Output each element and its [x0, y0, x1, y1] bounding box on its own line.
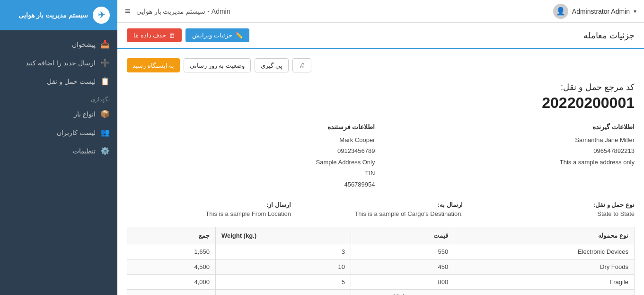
- sidebar: ✈ سیستم مدیریت بار هوایی 📥 پیشخوان ➕ ارس…: [0, 0, 117, 295]
- ref-label: کد مرجع حمل و نقل:: [127, 82, 635, 92]
- cell-price: 450: [351, 259, 454, 274]
- total-row: مقدار کل 10,150: [127, 289, 635, 295]
- action-row: 🖨 پی گیری وضعیت به روز رسانی به ایستگاه …: [127, 58, 635, 72]
- sidebar-item-settings[interactable]: ⚙️ تنظیمات: [0, 142, 117, 160]
- sidebar-item-label: انواع بار: [74, 110, 96, 118]
- page-title: جزئیات معامله: [583, 30, 635, 41]
- maintenance-section-label: نگهداری: [0, 90, 117, 105]
- cell-total: 4,500: [127, 259, 216, 274]
- status-button[interactable]: وضعیت به روز رسانی: [184, 58, 251, 72]
- receiver-block: اطلاعات گیرنده Samantha Jane Miller 0965…: [387, 123, 635, 190]
- col-type: نوع محموله: [454, 227, 635, 244]
- total-empty: [454, 289, 635, 295]
- admin-dropdown-arrow[interactable]: ▾: [634, 8, 636, 15]
- shipping-from-block: ارسال از: This is a sample From Location: [127, 201, 291, 217]
- table-row: Dry Foods 450 10 4,500: [127, 259, 635, 274]
- total-value: 10,150: [127, 289, 216, 295]
- table-row: Electronic Devices 550 3 1,650: [127, 244, 635, 259]
- cell-type: Fragile: [454, 274, 635, 289]
- tracking-button[interactable]: پی گیری: [255, 58, 289, 72]
- shipping-to-label: ارسال به:: [299, 201, 463, 208]
- topbar: ≡ Admin - سیستم مدیریت بار هوایی 👤 Admin…: [117, 0, 644, 23]
- avatar: 👤: [553, 4, 568, 19]
- admin-name: Adminstrator Admin: [572, 8, 630, 15]
- topbar-right: 👤 Adminstrator Admin ▾: [553, 4, 636, 19]
- list-icon: 📋: [100, 77, 110, 86]
- col-total: جمع: [127, 227, 216, 244]
- sidebar-item-label: تنظیمات: [73, 147, 96, 155]
- total-label: مقدار کل: [351, 289, 454, 295]
- sidebar-item-cargo-list[interactable]: 📋 لیست حمل و نقل: [0, 72, 117, 90]
- col-weight: Weight (kg.): [215, 227, 351, 244]
- content-area: جزئیات معامله ✏️ جزئیات ویرایش 🗑 حذف داد…: [117, 23, 644, 295]
- settings-icon: ⚙️: [100, 146, 110, 155]
- cell-type: Dry Foods: [454, 259, 635, 274]
- sidebar-item-inbox[interactable]: 📥 پیشخوان: [0, 35, 117, 54]
- sidebar-item-label: پیشخوان: [72, 41, 96, 48]
- cell-total: 4,000: [127, 274, 216, 289]
- ref-code: 20220200001: [127, 94, 635, 112]
- shipping-from-value: This is a sample From Location: [127, 210, 291, 217]
- topbar-title: Admin - سیستم مدیریت بار هوایی: [136, 8, 230, 15]
- delete-icon: 🗑: [169, 32, 175, 39]
- header-actions: ✏️ جزئیات ویرایش 🗑 حذف داده ها: [127, 28, 249, 42]
- receiver-phone: 0965478922​13: [387, 145, 635, 156]
- shipping-to-block: ارسال به: .This is a sample of Cargo's D…: [299, 201, 463, 217]
- hamburger-button[interactable]: ≡: [125, 6, 131, 17]
- cell-weight: 3: [215, 244, 351, 259]
- cargo-types-icon: 📦: [100, 109, 110, 118]
- sidebar-item-label: ارسال جدید را اضافه کنید: [26, 59, 96, 67]
- sidebar-title: سیستم مدیریت بار هوایی: [18, 11, 88, 19]
- edit-button[interactable]: ✏️ جزئیات ویرایش: [185, 28, 249, 42]
- inbox-icon: 📥: [100, 40, 110, 49]
- shipping-type-block: نوع حمل و نقل: State to State: [470, 201, 635, 217]
- cell-price: 800: [351, 274, 454, 289]
- shipping-type-label: نوع حمل و نقل:: [470, 201, 635, 208]
- detail-card: 🖨 پی گیری وضعیت به روز رسانی به ایستگاه …: [117, 49, 644, 295]
- sidebar-header: ✈ سیستم مدیریت بار هوایی: [0, 0, 117, 30]
- add-icon: ➕: [100, 58, 110, 67]
- table-row: Fragile 800 5 4,000: [127, 274, 635, 289]
- col-price: قیمت: [351, 227, 454, 244]
- shipping-to-value: .This is a sample of Cargo's Destination: [299, 210, 463, 217]
- topbar-left: ≡ Admin - سیستم مدیریت بار هوایی: [125, 6, 230, 17]
- sender-title: اطلاعات فرستنده: [127, 123, 375, 131]
- sender-name: Mark Cooper: [127, 134, 375, 145]
- main-area: ≡ Admin - سیستم مدیریت بار هوایی 👤 Admin…: [117, 0, 644, 295]
- station-button[interactable]: به ایستگاه رسید: [127, 58, 180, 72]
- reference-section: کد مرجع حمل و نقل: 20220200001: [127, 82, 635, 112]
- info-grid: اطلاعات فرستنده Mark Cooper 09123456789 …: [127, 123, 635, 190]
- page-header: جزئیات معامله ✏️ جزئیات ویرایش 🗑 حذف داد…: [117, 23, 644, 49]
- sidebar-item-users-list[interactable]: 👥 لیست کاربران: [0, 123, 117, 142]
- sidebar-nav: 📥 پیشخوان ➕ ارسال جدید را اضافه کنید 📋 ل…: [0, 30, 117, 165]
- shipping-row: نوع حمل و نقل: State to State ارسال به: …: [127, 201, 635, 217]
- shipping-type-value: State to State: [470, 210, 635, 217]
- cell-weight: 5: [215, 274, 351, 289]
- sidebar-item-add-new[interactable]: ➕ ارسال جدید را اضافه کنید: [0, 54, 117, 72]
- cell-total: 1,650: [127, 244, 216, 259]
- edit-icon: ✏️: [235, 32, 243, 39]
- cargo-table: نوع محموله قیمت Weight (kg.) جمع Electro…: [127, 227, 635, 295]
- delete-button[interactable]: 🗑 حذف داده ها: [127, 28, 182, 42]
- receiver-address: This a sample address only: [387, 157, 635, 168]
- sender-tin-label: TIN: [127, 168, 375, 179]
- sidebar-item-label: لیست کاربران: [57, 129, 96, 136]
- logo-icon: ✈: [93, 7, 110, 24]
- sender-tin-value: 456789954: [127, 179, 375, 190]
- sidebar-item-cargo-types[interactable]: 📦 انواع بار: [0, 105, 117, 123]
- cell-price: 550: [351, 244, 454, 259]
- cell-type: Electronic Devices: [454, 244, 635, 259]
- receiver-name: Samantha Jane Miller: [387, 134, 635, 145]
- sidebar-item-label: لیست حمل و نقل: [47, 78, 96, 85]
- sender-address: Sample Address Only: [127, 157, 375, 168]
- shipping-from-label: ارسال از:: [127, 201, 291, 208]
- print-button[interactable]: 🖨: [292, 58, 311, 72]
- users-icon: 👥: [100, 128, 110, 137]
- receiver-title: اطلاعات گیرنده: [387, 123, 635, 131]
- sender-block: اطلاعات فرستنده Mark Cooper 09123456789 …: [127, 123, 375, 190]
- total-empty2: [215, 289, 351, 295]
- sender-phone: 09123456789: [127, 145, 375, 156]
- cell-weight: 10: [215, 259, 351, 274]
